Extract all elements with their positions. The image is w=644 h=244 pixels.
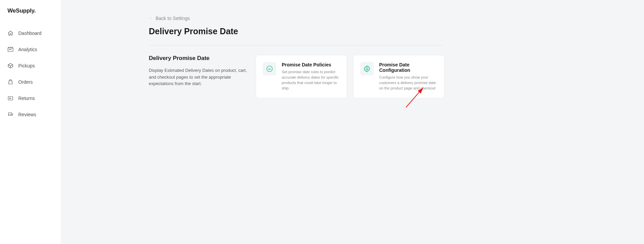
back-to-settings-link[interactable]: Back to Settings xyxy=(149,16,190,21)
section-heading: Delivery Promise Date xyxy=(149,55,248,62)
sidebar-item-label: Orders xyxy=(18,79,33,85)
page-title: Delivery Promise Date xyxy=(149,26,443,36)
brand-logo: WeSupply. xyxy=(7,7,61,14)
returns-icon xyxy=(7,95,14,101)
sidebar: WeSupply. Dashboard Analytics Pickups Or… xyxy=(0,0,61,244)
sidebar-item-dashboard[interactable]: Dashboard xyxy=(7,25,61,41)
svg-point-2 xyxy=(366,68,368,70)
back-link-label: Back to Settings xyxy=(156,16,190,21)
sidebar-item-label: Dashboard xyxy=(18,30,42,36)
bag-icon xyxy=(7,79,14,85)
sidebar-item-pickups[interactable]: Pickups xyxy=(7,58,61,74)
sidebar-item-label: Pickups xyxy=(18,63,35,68)
analytics-icon xyxy=(7,46,14,53)
card-promise-date-configuration[interactable]: Promise Date Configuration Configure how… xyxy=(353,55,444,98)
card-description: Configure how you show your customers a … xyxy=(379,75,437,91)
section-description: Display Estimated Delivery Dates on prod… xyxy=(149,67,248,87)
card-description: Set promise date rules to predict accura… xyxy=(282,69,340,91)
sidebar-item-reviews[interactable]: Reviews xyxy=(7,106,61,123)
sidebar-item-label: Analytics xyxy=(18,47,37,52)
sidebar-item-analytics[interactable]: Analytics xyxy=(7,41,61,58)
divider xyxy=(149,45,443,45)
handshake-icon xyxy=(263,62,276,76)
chat-icon xyxy=(7,111,14,118)
card-promise-date-policies[interactable]: Promise Date Policies Set promise date r… xyxy=(256,55,347,98)
sidebar-item-returns[interactable]: Returns xyxy=(7,90,61,106)
sidebar-item-label: Reviews xyxy=(18,112,36,117)
main-content: Back to Settings Delivery Promise Date D… xyxy=(61,0,644,244)
card-title: Promise Date Configuration xyxy=(379,62,437,73)
home-icon xyxy=(7,30,14,36)
box-icon xyxy=(7,63,14,69)
sidebar-item-label: Returns xyxy=(18,96,35,101)
gear-icon xyxy=(360,62,374,76)
card-title: Promise Date Policies xyxy=(282,62,340,67)
sidebar-item-orders[interactable]: Orders xyxy=(7,74,61,90)
chevron-left-icon xyxy=(149,17,152,20)
